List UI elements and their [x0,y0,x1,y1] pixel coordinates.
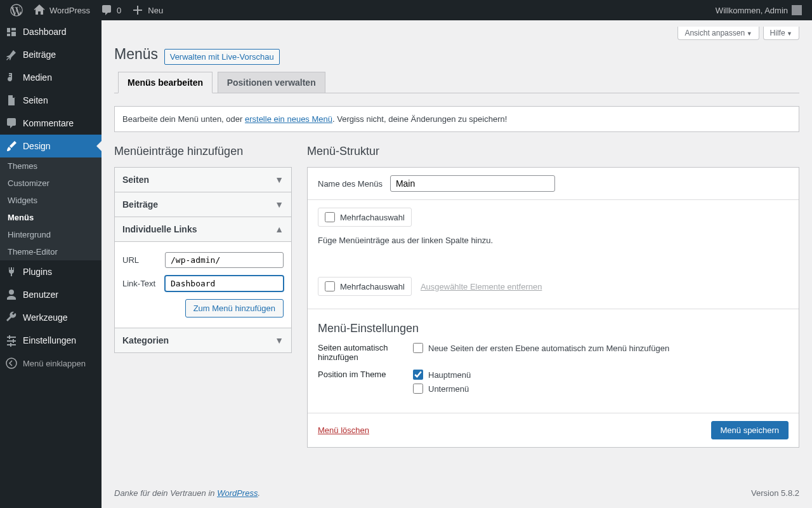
site-home-link[interactable]: WordPress [28,0,95,20]
tab-manage-locations[interactable]: Positionen verwalten [218,72,325,93]
brush-icon [5,140,18,152]
submenu-themes[interactable]: Themes [0,157,102,175]
new-content-link[interactable]: Neu [126,0,168,20]
location-main-checkbox[interactable] [413,370,423,380]
menu-settings-heading: Menü-Einstellungen [318,322,789,335]
wordpress-logo-icon [10,4,23,17]
add-to-menu-button[interactable]: Zum Menü hinzufügen [185,299,284,318]
custom-link-text-input[interactable] [165,276,284,291]
delete-menu-link[interactable]: Menü löschen [318,425,369,435]
submenu-widgets[interactable]: Widgets [0,192,102,209]
accordion-pages-toggle[interactable]: Seiten▼ [115,168,291,192]
design-submenu: Themes Customizer Widgets Menüs Hintergr… [0,157,102,260]
sidebar-item-media[interactable]: Medien [0,66,102,89]
accordion-posts-toggle[interactable]: Beiträge▼ [115,192,291,217]
wordpress-link[interactable]: WordPress [217,488,258,498]
new-label: Neu [148,6,163,15]
save-menu-button[interactable]: Menü speichern [711,421,789,439]
caret-down-icon: ▼ [275,175,284,185]
collapse-icon [5,357,18,370]
auto-add-label: Seiten automatisch hinzufügen [318,343,400,362]
site-name: WordPress [49,6,90,15]
empty-menu-hint: Füge Menüeinträge aus der linken Spalte … [318,236,789,245]
manage-live-preview-button[interactable]: Verwalten mit Live-Vorschau [164,49,280,65]
nav-tabs: Menüs bearbeiten Positionen verwalten [114,72,799,93]
home-icon [33,4,46,17]
sidebar-item-plugins[interactable]: Plugins [0,260,102,283]
welcome-text: Willkommen, Admin [716,6,788,15]
accordion-categories: Kategorien▼ [114,328,292,353]
submenu-background[interactable]: Hintergrund [0,226,102,243]
menu-name-input[interactable] [390,175,555,192]
wrench-icon [5,311,18,324]
auto-add-checkbox[interactable] [413,343,423,353]
bulk-select-checkbox-bottom[interactable] [325,281,335,291]
location-sub-checkbox[interactable] [413,384,423,394]
structure-heading: Menü-Struktur [307,145,799,158]
admin-bar: WordPress 0 Neu Willkommen, Admin [0,0,812,20]
accordion-custom-toggle[interactable]: Individuelle Links▲ [115,217,291,242]
location-label: Position im Theme [318,370,400,379]
sidebar-item-dashboard[interactable]: Dashboard [0,20,102,43]
sidebar-item-design[interactable]: Design [0,135,102,157]
add-items-heading: Menüeinträge hinzufügen [114,145,292,158]
caret-down-icon: ▼ [275,335,284,345]
remove-selected-link[interactable]: Ausgewählte Elemente entfernen [421,282,542,291]
menu-structure-column: Menü-Struktur Name des Menüs Mehrfachaus… [307,145,799,448]
plus-icon [131,4,144,17]
accordion-custom-links: Individuelle Links▲ URL Link-Text Zum Me… [114,217,292,328]
user-icon [5,288,18,301]
sidebar-item-posts[interactable]: Beiträge [0,43,102,66]
accordion-posts: Beiträge▼ [114,192,292,217]
page-title: Menüs [114,40,158,65]
custom-url-input[interactable] [165,252,284,268]
comment-icon [5,117,18,130]
avatar [792,5,802,15]
comment-icon [100,4,113,17]
tab-edit-menus[interactable]: Menüs bearbeiten [118,72,213,93]
submenu-theme-editor[interactable]: Theme-Editor [0,243,102,260]
menu-frame: Name des Menüs Mehrfachauswahl Füge Menü… [307,167,799,448]
admin-sidebar: Dashboard Beiträge Medien Seiten Komment… [0,20,102,508]
page-icon [5,94,18,107]
create-new-menu-link[interactable]: erstelle ein neues Menü [245,114,332,124]
dashboard-icon [5,25,18,38]
content-area: Ansicht anpassen Hilfe Menüs Verwalten m… [102,20,812,508]
plugin-icon [5,265,18,278]
screen-options-toggle[interactable]: Ansicht anpassen [678,27,759,40]
menu-name-label: Name des Menüs [318,179,383,189]
url-label: URL [122,255,165,265]
comments-link[interactable]: 0 [95,0,126,20]
comments-count: 0 [117,6,121,15]
edit-menu-notice: Bearbeite dein Menü unten, oder erstelle… [114,106,799,132]
accordion-categories-toggle[interactable]: Kategorien▼ [115,328,291,352]
bulk-select-toggle-top[interactable]: Mehrfachauswahl [318,208,412,227]
accordion-pages: Seiten▼ [114,167,292,192]
version-text: Version 5.8.2 [751,488,799,498]
help-toggle[interactable]: Hilfe [763,27,799,40]
caret-up-icon: ▲ [275,224,284,234]
submenu-menus[interactable]: Menüs [0,209,102,226]
svg-point-0 [6,358,16,368]
sidebar-item-tools[interactable]: Werkzeuge [0,306,102,329]
add-items-column: Menüeinträge hinzufügen Seiten▼ Beiträge… [114,145,292,448]
wp-logo[interactable] [5,0,28,20]
submenu-customizer[interactable]: Customizer [0,175,102,192]
sliders-icon [5,334,18,347]
sidebar-item-settings[interactable]: Einstellungen [0,329,102,352]
sidebar-item-users[interactable]: Benutzer [0,283,102,306]
user-account-link[interactable]: Willkommen, Admin [710,0,807,20]
screen-meta: Ansicht anpassen Hilfe [114,27,799,40]
link-text-label: Link-Text [122,279,165,288]
admin-footer: Danke für dein Vertrauen in WordPress. V… [102,478,812,508]
bulk-select-checkbox-top[interactable] [325,212,335,222]
collapse-menu-button[interactable]: Menü einklappen [0,352,102,375]
bulk-select-toggle-bottom[interactable]: Mehrfachauswahl [318,277,412,296]
caret-down-icon: ▼ [275,199,284,210]
sidebar-item-pages[interactable]: Seiten [0,89,102,112]
media-icon [5,71,18,84]
pin-icon [5,48,18,61]
sidebar-item-comments[interactable]: Kommentare [0,112,102,135]
